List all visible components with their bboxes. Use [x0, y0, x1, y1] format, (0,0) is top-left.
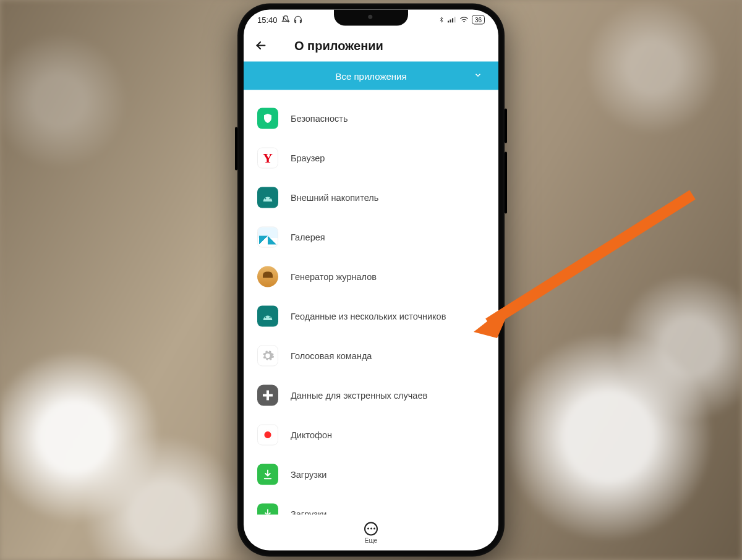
app-row-browser[interactable]: Y Браузер	[244, 138, 498, 178]
yandex-icon: Y	[257, 148, 278, 169]
svg-rect-1	[450, 20, 451, 23]
status-time: 15:40	[257, 15, 278, 24]
gallery-icon	[257, 227, 278, 248]
more-button[interactable]: Еще	[244, 515, 498, 551]
back-button[interactable]	[252, 37, 270, 54]
app-row-log-generator[interactable]: Генератор журналов	[244, 257, 498, 297]
download-icon	[257, 464, 278, 485]
wifi-icon	[459, 16, 469, 23]
gear-icon	[257, 346, 278, 367]
app-label: Диктофон	[291, 430, 332, 440]
svg-rect-3	[454, 17, 455, 22]
app-label: Безопасность	[291, 114, 348, 124]
app-row-external-storage[interactable]: Внешний накопитель	[244, 178, 498, 218]
shield-icon	[257, 108, 278, 129]
filter-dropdown[interactable]: Все приложения	[244, 62, 498, 90]
svg-point-5	[270, 198, 271, 199]
app-row-voice-command[interactable]: Голосовая команда	[244, 336, 498, 376]
signal-icon	[448, 16, 456, 23]
app-row-downloads-2[interactable]: Загрузки	[244, 494, 498, 515]
app-row-downloads-1[interactable]: Загрузки	[244, 455, 498, 494]
download-icon	[257, 504, 278, 515]
app-label: Загрузки	[291, 470, 326, 480]
svg-point-4	[265, 198, 266, 199]
svg-point-6	[265, 316, 266, 318]
app-label: Данные для экстренных случаев	[291, 391, 427, 401]
app-label: Браузер	[291, 153, 325, 163]
app-label: Голосовая команда	[291, 351, 372, 361]
battery-level: 36	[472, 15, 485, 24]
app-row-emergency[interactable]: Данные для экстренных случаев	[244, 376, 498, 415]
filter-label: Все приложения	[335, 70, 406, 81]
more-icon	[364, 522, 378, 535]
android-icon	[257, 187, 278, 208]
app-row-gallery[interactable]: Галерея	[244, 218, 498, 257]
app-header: О приложении	[244, 30, 498, 62]
arrow-left-icon	[254, 39, 268, 53]
phone-side-button	[235, 127, 237, 171]
dnd-icon	[281, 15, 290, 24]
app-label: Загрузки	[291, 509, 326, 515]
record-icon	[257, 425, 278, 446]
svg-point-7	[270, 316, 271, 318]
app-row-security[interactable]: Безопасность	[244, 99, 498, 138]
headphones-icon	[294, 15, 302, 24]
log-icon	[257, 266, 278, 287]
svg-rect-2	[452, 18, 453, 22]
app-label: Генератор журналов	[291, 272, 377, 282]
app-label: Внешний накопитель	[291, 193, 378, 203]
phone-frame: 15:40 36	[237, 4, 505, 557]
page-title: О приложении	[294, 38, 383, 53]
plus-icon	[257, 385, 278, 406]
app-row-recorder[interactable]: Диктофон	[244, 415, 498, 455]
android-icon	[257, 306, 278, 327]
phone-screen: 15:40 36	[244, 10, 498, 551]
app-list: Безопасность Y Браузер Внешний накопител…	[244, 90, 498, 515]
more-label: Еще	[365, 537, 377, 543]
app-label: Галерея	[291, 232, 325, 242]
app-row-fused-location[interactable]: Геоданные из нескольких источников	[244, 297, 498, 336]
phone-notch	[334, 10, 408, 26]
app-label: Геоданные из нескольких источников	[291, 312, 446, 321]
bluetooth-icon	[438, 15, 445, 23]
chevron-down-icon	[474, 70, 482, 81]
svg-rect-0	[448, 21, 449, 23]
